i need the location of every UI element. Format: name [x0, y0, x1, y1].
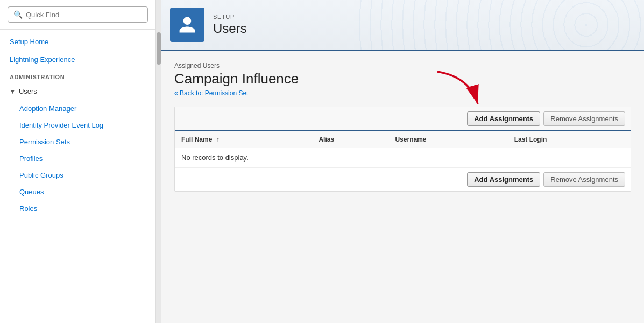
assignments-table: Full Name ↑ Alias Username Last Login — [175, 131, 631, 167]
page-title: Campaign Influence — [174, 71, 631, 87]
table-toolbar-bottom: Add Assignments Remove Assignments — [175, 167, 631, 191]
page-header: SETUP Users — [161, 0, 644, 51]
main-panel: SETUP Users Assigned Users Campaign Infl… — [161, 0, 644, 323]
remove-assignments-button-top[interactable]: Remove Assignments — [543, 111, 625, 126]
col-last-login[interactable]: Last Login — [508, 131, 631, 148]
scrollbar-strip[interactable] — [156, 0, 161, 323]
table-toolbar-top: Add Assignments Remove Assignments — [175, 107, 631, 131]
col-full-name-label: Full Name — [181, 136, 212, 143]
search-icon: 🔍 — [13, 10, 23, 19]
remove-assignments-button-bottom[interactable]: Remove Assignments — [543, 172, 625, 187]
chevron-down-icon: ▼ — [10, 88, 16, 95]
header-title: Users — [213, 21, 247, 36]
sidebar-nav: Setup Home Lightning Experience ADMINIST… — [0, 30, 155, 323]
back-link[interactable]: « Back to: Permission Set — [174, 89, 631, 97]
sidebar-item-setup-home[interactable]: Setup Home — [0, 33, 155, 51]
header-icon-wrap — [170, 8, 204, 42]
sidebar-item-identity-provider-event-log[interactable]: Identity Provider Event Log — [0, 117, 155, 134]
sidebar-item-permission-sets[interactable]: Permission Sets — [0, 134, 155, 150]
col-username[interactable]: Username — [388, 131, 507, 148]
sidebar-section-administration: ADMINISTRATION — [0, 68, 155, 82]
sidebar-item-roles[interactable]: Roles — [0, 200, 155, 217]
sidebar-group-users[interactable]: ▼ Users — [0, 82, 155, 100]
col-last-login-label: Last Login — [514, 136, 547, 143]
add-assignments-button-top[interactable]: Add Assignments — [467, 111, 540, 126]
back-link-label[interactable]: Back to: Permission Set — [180, 89, 248, 97]
assigned-users-label: Assigned Users — [174, 62, 631, 69]
sidebar-search-container: 🔍 — [0, 0, 155, 30]
table-row-no-records: No records to display. — [175, 148, 631, 167]
no-records-message: No records to display. — [175, 148, 631, 167]
header-text: SETUP Users — [213, 13, 247, 36]
content-area: Assigned Users Campaign Influence « Back… — [161, 51, 644, 323]
header-bg-pattern — [355, 0, 644, 50]
col-username-label: Username — [395, 136, 426, 143]
col-full-name[interactable]: Full Name ↑ — [175, 131, 312, 148]
col-alias[interactable]: Alias — [312, 131, 388, 148]
sidebar-item-profiles[interactable]: Profiles — [0, 150, 155, 167]
content-wrapper: Add Assignments Remove Assignments Full … — [174, 107, 631, 192]
sort-arrow-icon: ↑ — [216, 136, 220, 143]
user-icon — [178, 15, 197, 34]
table-header-row: Full Name ↑ Alias Username Last Login — [175, 131, 631, 148]
col-alias-label: Alias — [319, 136, 334, 143]
scrollbar-thumb[interactable] — [157, 32, 161, 65]
search-box[interactable]: 🔍 — [8, 6, 148, 23]
header-setup-label: SETUP — [213, 13, 247, 20]
sidebar-item-public-groups[interactable]: Public Groups — [0, 167, 155, 184]
sidebar-item-adoption-manager[interactable]: Adoption Manager — [0, 100, 155, 117]
sidebar-group-users-label: Users — [19, 87, 37, 95]
search-input[interactable] — [26, 11, 142, 19]
table-section: Add Assignments Remove Assignments Full … — [174, 107, 631, 192]
sidebar: 🔍 Setup Home Lightning Experience ADMINI… — [0, 0, 156, 323]
sidebar-item-lightning-experience[interactable]: Lightning Experience — [0, 51, 155, 68]
add-assignments-button-bottom[interactable]: Add Assignments — [467, 172, 540, 187]
sidebar-item-queues[interactable]: Queues — [0, 184, 155, 200]
back-link-prefix: « — [174, 89, 178, 97]
